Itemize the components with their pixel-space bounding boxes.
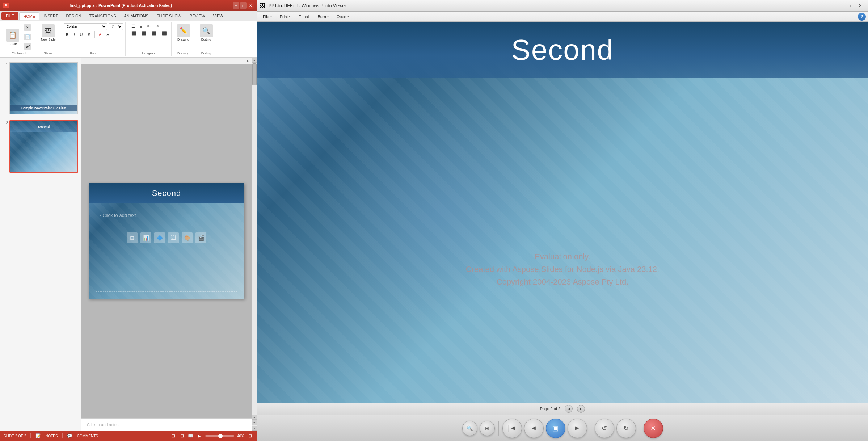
delete-tool-button[interactable]: ✕ xyxy=(644,419,663,438)
status-sep-1 xyxy=(30,433,31,438)
wv-menu-email[interactable]: E-mail xyxy=(295,13,313,20)
slide-item-1[interactable]: 1 Sample PowerPoint File First xyxy=(1,60,80,116)
comments-status-label[interactable]: COMMENTS xyxy=(77,434,98,438)
ppt-maximize-button[interactable]: □ xyxy=(240,2,247,9)
view-reading-icon[interactable]: 📖 xyxy=(188,433,194,439)
font-size-select[interactable]: 28 xyxy=(109,23,123,30)
status-notes-icon[interactable]: 📝 xyxy=(35,433,41,439)
view-slideshow-icon[interactable]: ▶ xyxy=(197,433,202,439)
wv-title-text: PPT-to-TIFF.tiff - Windows Photo Viewer xyxy=(269,3,831,8)
notes-placeholder[interactable]: Click to add notes xyxy=(87,423,118,427)
first-page-tool-button[interactable]: |◄ xyxy=(502,419,522,438)
wv-maximize-button[interactable]: □ xyxy=(844,2,854,10)
drawing-button[interactable]: ✏️ Drawing xyxy=(175,23,192,42)
ribbon-tab-animations[interactable]: ANIMATIONS xyxy=(121,12,152,20)
numbering-button[interactable]: ≡ xyxy=(138,23,144,29)
wv-menu-burn[interactable]: Burn ▾ xyxy=(314,13,332,20)
slide-canvas[interactable]: Second · Click to add text ⊞ 📊 🔷 🖼 🎨 🎬 xyxy=(89,183,244,299)
slides-label: Slides xyxy=(44,51,53,55)
wv-help-label: ? xyxy=(860,14,863,19)
scroll-down-btn[interactable]: ▼ xyxy=(252,426,257,431)
increase-indent-button[interactable]: ⇥ xyxy=(153,23,161,29)
slide-content-area[interactable]: · Click to add text ⊞ 📊 🔷 🖼 🎨 🎬 xyxy=(96,209,237,292)
align-center-button[interactable]: ⬛ xyxy=(139,30,149,37)
wv-menu-open[interactable]: Open ▾ xyxy=(333,13,353,20)
ppt-close-button[interactable]: ✕ xyxy=(247,2,254,9)
ribbon-tab-insert[interactable]: INSERT xyxy=(40,12,62,20)
decrease-indent-button[interactable]: ⇤ xyxy=(145,23,153,29)
wv-minimize-button[interactable]: ─ xyxy=(833,2,843,10)
wv-menubar: File ▾ Print ▾ E-mail Burn ▾ Open ▾ ? xyxy=(257,12,868,22)
bold-button[interactable]: B xyxy=(64,32,71,38)
rotate-ccw-tool-button[interactable]: ↺ xyxy=(595,419,614,438)
wv-menu-print[interactable]: Print ▾ xyxy=(276,13,294,20)
format-painter-button[interactable]: 🖌 xyxy=(22,42,33,51)
ppt-title-icons: P xyxy=(3,3,9,8)
slide-thumb-2[interactable]: Second xyxy=(9,120,78,173)
underline-button[interactable]: U xyxy=(78,32,85,38)
align-left-button[interactable]: ⬛ xyxy=(129,30,139,37)
clipboard-label: Clipboard xyxy=(12,51,26,55)
justify-button[interactable]: ⬛ xyxy=(160,30,169,37)
wv-next-page-button[interactable]: ► xyxy=(577,405,585,413)
zoom-tool-button[interactable]: 🔍 xyxy=(462,421,477,436)
scroll-up-btn[interactable]: ▲ xyxy=(252,58,257,63)
scroll-contract-btn[interactable]: ▼ xyxy=(252,420,257,425)
prev-page-tool-button[interactable]: ◄ xyxy=(524,419,544,438)
ribbon-tab-transitions[interactable]: TRANSITIONS xyxy=(86,12,120,20)
font-shadow-button[interactable]: A xyxy=(104,32,111,38)
rotate-cw-tool-button[interactable]: ↻ xyxy=(616,419,636,438)
paste-button[interactable]: 📋 Paste xyxy=(4,28,21,47)
wv-close-button[interactable]: ✕ xyxy=(855,2,865,10)
new-slide-button[interactable]: 🖼 New Slide xyxy=(39,23,58,42)
ribbon-tab-design[interactable]: DESIGN xyxy=(62,12,85,20)
ribbon-tab-home[interactable]: HOME xyxy=(19,12,39,20)
actual-size-tool-button[interactable]: ⊞ xyxy=(480,421,495,436)
slide-thumb-1[interactable]: Sample PowerPoint File First xyxy=(9,62,78,114)
italic-button[interactable]: I xyxy=(71,32,77,38)
cut-button[interactable]: ✂ xyxy=(22,23,33,32)
ppt-main-area: 1 Sample PowerPoint File First 2 Second xyxy=(0,58,257,431)
fit-window-icon[interactable]: ⊡ xyxy=(247,433,253,439)
view-slide-sorter-icon[interactable]: ⊞ xyxy=(179,433,185,439)
wv-menu-file-arrow: ▾ xyxy=(270,15,272,18)
ribbon-tab-slideshow[interactable]: SLIDE SHOW xyxy=(153,12,185,20)
scroll-up-button[interactable]: ▲ xyxy=(245,59,250,63)
wv-page-info-text: Page 2 of 2 xyxy=(540,407,560,411)
status-comments-icon[interactable]: 💬 xyxy=(67,433,73,439)
ribbon-tab-file[interactable]: FILE xyxy=(1,12,18,20)
font-family-select[interactable]: Calibri xyxy=(64,23,107,30)
align-right-button[interactable]: ⬛ xyxy=(149,30,159,37)
ribbon: FILE HOME INSERT DESIGN TRANSITIONS ANIM… xyxy=(0,11,257,58)
toolbar-sep-3 xyxy=(640,421,640,436)
slide-number-1: 1 xyxy=(2,63,8,67)
view-normal-icon[interactable]: ⊟ xyxy=(170,433,176,439)
slideshow-tool-button[interactable]: ▣ xyxy=(546,419,565,438)
strikethrough-button[interactable]: S xyxy=(86,32,93,38)
wv-help-button[interactable]: ? xyxy=(858,13,866,21)
bullets-button[interactable]: ☰ xyxy=(129,23,137,29)
ribbon-tab-review[interactable]: REVIEW xyxy=(186,12,208,20)
ppt-minimize-button[interactable]: ─ xyxy=(233,2,239,9)
scroll-track xyxy=(252,63,257,414)
wv-menu-file[interactable]: File ▾ xyxy=(259,13,275,20)
zoom-slider[interactable] xyxy=(205,435,234,437)
wv-prev-page-button[interactable]: ◄ xyxy=(565,405,573,413)
click-to-add-text[interactable]: · Click to add text xyxy=(100,213,136,218)
editing-button[interactable]: 🔍 Editing xyxy=(198,23,215,42)
wv-watermark-line1: Evaluation only. xyxy=(466,250,659,263)
copy-button[interactable]: 📄 xyxy=(22,33,33,41)
status-right: ⊟ ⊞ 📖 ▶ 40% ⊡ xyxy=(170,433,253,439)
scroll-thumb[interactable] xyxy=(252,63,257,85)
scroll-expand-btn[interactable]: ▲ xyxy=(252,415,257,420)
ribbon-tab-view[interactable]: VIEW xyxy=(210,12,227,20)
toolbar-sep-1 xyxy=(498,421,499,436)
status-sep-2 xyxy=(62,433,63,438)
notes-status-label[interactable]: NOTES xyxy=(45,434,58,438)
slide-item-2[interactable]: 2 Second xyxy=(1,119,80,174)
slide-thumb-2-title-text: Second xyxy=(38,125,50,129)
next-page-tool-button[interactable]: ► xyxy=(568,419,587,438)
font-color-button[interactable]: A xyxy=(97,32,104,38)
slide-notes[interactable]: Click to add notes xyxy=(81,418,252,431)
format-painter-icon: 🖌 xyxy=(24,43,31,50)
